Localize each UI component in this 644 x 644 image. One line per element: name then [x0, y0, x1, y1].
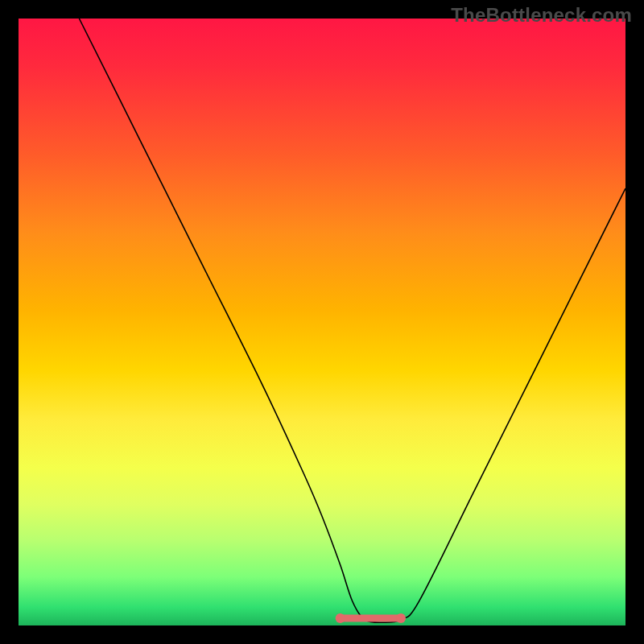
curve-layer [19, 19, 625, 625]
bottleneck-curve [79, 19, 625, 622]
optimal-range-start-dot [336, 613, 345, 623]
brand-watermark: TheBottleneck.com [451, 4, 632, 27]
plot-area [19, 19, 625, 625]
chart-frame: TheBottleneck.com [0, 0, 644, 644]
optimal-range-end-dot [396, 613, 406, 623]
